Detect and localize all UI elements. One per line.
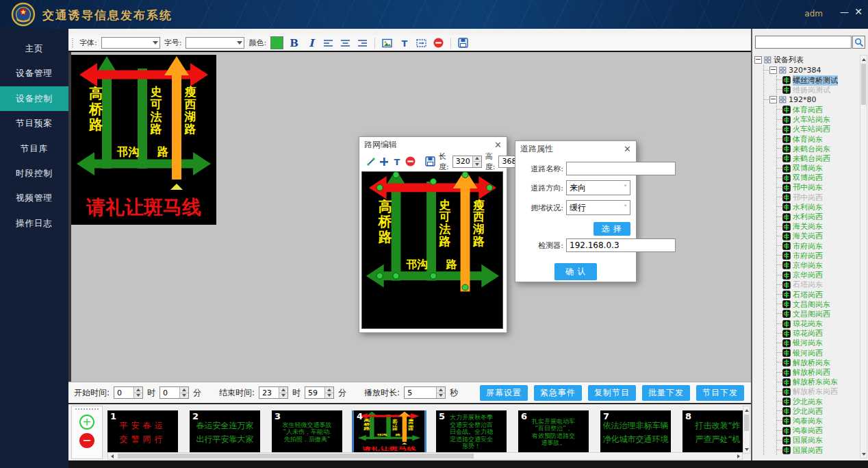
- device-item[interactable]: 邗中岗东: [777, 183, 859, 193]
- spin-up-icon[interactable]: [279, 387, 288, 393]
- length-stepper[interactable]: 320: [452, 156, 482, 168]
- device-item[interactable]: 解放桥东岗东: [777, 378, 859, 387]
- spin-down-icon[interactable]: [437, 393, 445, 399]
- program-hscrollbar[interactable]: [107, 452, 743, 460]
- device-item[interactable]: 双博岗西: [777, 173, 859, 183]
- align-right-icon[interactable]: [356, 36, 369, 49]
- device-item[interactable]: 火车站岗东: [777, 115, 859, 125]
- draw-line-icon[interactable]: [366, 155, 376, 168]
- device-item[interactable]: 银河岗东: [777, 338, 859, 348]
- sidebar-item-1[interactable]: 主页: [0, 36, 68, 61]
- scroll-up-icon[interactable]: [743, 407, 750, 413]
- device-item[interactable]: 双博岗东: [777, 164, 859, 173]
- close-icon[interactable]: ✕: [494, 140, 502, 150]
- device-item[interactable]: 体育岗东: [777, 134, 859, 144]
- dialog-titlebar[interactable]: 道路属性 ✕: [515, 141, 636, 157]
- spin-up-icon[interactable]: [437, 387, 445, 393]
- device-item[interactable]: 沙北岗西: [777, 406, 859, 416]
- spin-down-icon[interactable]: [180, 393, 188, 399]
- device-item[interactable]: 解放桥东岗西: [777, 387, 859, 397]
- panel-grip[interactable]: [75, 408, 99, 411]
- expander-icon[interactable]: [769, 66, 777, 74]
- program-thumbnail-4[interactable]: 4: [354, 410, 424, 454]
- device-item[interactable]: 鸿泰岗东: [777, 416, 859, 426]
- action-button-1[interactable]: 屏幕设置: [480, 385, 528, 401]
- end-minute-stepper[interactable]: 59: [305, 386, 334, 399]
- device-item[interactable]: 来鹤台岗东: [777, 144, 859, 153]
- sidebar-item-2[interactable]: 设备管理: [0, 61, 68, 86]
- program-thumbnail-1[interactable]: 1平安春运交警同行: [107, 410, 178, 454]
- crossroad-icon[interactable]: [379, 155, 389, 168]
- tree-root[interactable]: 设备列表: [754, 55, 859, 65]
- start-minute-stepper[interactable]: 0: [159, 386, 189, 399]
- device-item[interactable]: 来鹤台岗西: [777, 153, 859, 163]
- save-icon[interactable]: [425, 155, 435, 168]
- led-sign-preview[interactable]: [71, 55, 216, 225]
- device-item[interactable]: 京华岗东: [777, 260, 859, 270]
- sidebar-item-7[interactable]: 视频管理: [0, 186, 68, 210]
- device-item[interactable]: 火车站岗西: [777, 125, 859, 134]
- font-family-select[interactable]: [101, 37, 160, 49]
- remove-program-button[interactable]: −: [79, 433, 94, 448]
- device-item[interactable]: 国展岗西: [777, 445, 859, 455]
- insert-image-icon[interactable]: [381, 36, 394, 49]
- device-item[interactable]: 文昌阁岗西: [777, 309, 859, 319]
- device-item[interactable]: 水利岗西: [777, 212, 859, 221]
- scrollbar-thumb[interactable]: [118, 454, 474, 458]
- program-thumbnail-2[interactable]: 2春运安全连万家出行平安靠大家: [190, 410, 260, 454]
- action-button-2[interactable]: 紧急事件: [534, 385, 582, 401]
- scrollbar-thumb[interactable]: [744, 415, 749, 431]
- end-hour-stepper[interactable]: 23: [259, 386, 288, 399]
- screen-frame-icon[interactable]: [415, 36, 428, 49]
- device-item[interactable]: 解放桥岗东: [777, 358, 859, 367]
- device-item[interactable]: 沙北岗东: [777, 397, 859, 406]
- sidebar-item-5[interactable]: 节目库: [0, 136, 68, 161]
- device-item[interactable]: 市府岗东: [777, 241, 859, 251]
- device-item[interactable]: 维扬岗测试: [777, 85, 859, 95]
- tree-group-2[interactable]: 192*80: [764, 95, 859, 105]
- device-item[interactable]: 鸿泰岗西: [777, 426, 859, 436]
- device-item[interactable]: 市府岗西: [777, 251, 859, 260]
- program-thumbnail-3[interactable]: 3发生轻微交通事故“人未伤，车能动.先拍照，后撤离”: [272, 410, 342, 454]
- select-detector-button[interactable]: 选 择: [593, 222, 630, 236]
- sidebar-item-6[interactable]: 时段控制: [0, 161, 68, 186]
- spin-down-icon[interactable]: [473, 161, 481, 167]
- delete-icon[interactable]: [432, 36, 445, 49]
- spin-up-icon[interactable]: [473, 156, 481, 162]
- spin-up-icon[interactable]: [325, 387, 333, 393]
- minimize-icon[interactable]: —: [840, 7, 849, 17]
- expander-icon[interactable]: [769, 96, 777, 103]
- spin-up-icon[interactable]: [134, 387, 142, 393]
- program-thumbnail-5[interactable]: 5大力开展秋冬季交通安全整治百日会战。全力稳定道路交通安全形势！: [436, 410, 507, 454]
- road-network-canvas[interactable]: [361, 171, 503, 329]
- device-item[interactable]: 石塔岗东: [777, 280, 859, 290]
- program-thumbnail-7[interactable]: 7依法治理非标车辆净化城市交通环境: [600, 410, 671, 454]
- device-item[interactable]: 国展岗东: [777, 436, 859, 445]
- device-item[interactable]: 螺丝湾桥测试: [777, 75, 859, 85]
- font-size-select[interactable]: [186, 37, 244, 49]
- program-thumbnail-8[interactable]: 8打击改装“炸严查严处“机: [682, 410, 743, 454]
- italic-button[interactable]: I: [305, 36, 318, 49]
- device-item[interactable]: 银河岗西: [777, 348, 859, 358]
- device-item[interactable]: 京华岗西: [777, 271, 859, 280]
- spin-up-icon[interactable]: [180, 387, 188, 393]
- align-center-icon[interactable]: [339, 36, 352, 49]
- device-item[interactable]: 解放桥岗西: [777, 367, 859, 377]
- spin-down-icon[interactable]: [279, 393, 288, 399]
- duration-stepper[interactable]: 5: [404, 386, 446, 399]
- tree-group-1[interactable]: 320*384: [764, 65, 859, 75]
- close-icon[interactable]: ✕: [624, 144, 631, 154]
- road-direction-select[interactable]: 来向˅: [566, 180, 630, 195]
- scroll-right-icon[interactable]: [735, 453, 741, 459]
- action-button-5[interactable]: 节目下发: [696, 385, 744, 401]
- save-icon[interactable]: [457, 36, 470, 49]
- search-button[interactable]: [852, 36, 865, 49]
- bold-button[interactable]: B: [288, 36, 301, 49]
- toolbar-grip[interactable]: [71, 38, 74, 48]
- device-item[interactable]: 体育岗西: [777, 105, 859, 114]
- action-button-4[interactable]: 批量下发: [642, 385, 690, 401]
- device-item[interactable]: 石塔岗西: [777, 290, 859, 299]
- color-swatch[interactable]: [270, 36, 283, 49]
- device-search-input[interactable]: [755, 36, 852, 49]
- device-item[interactable]: 水利岗东: [777, 202, 859, 212]
